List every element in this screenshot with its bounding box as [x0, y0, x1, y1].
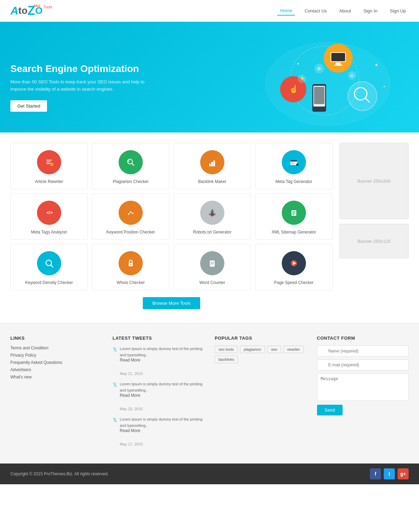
sidebar-ads: Banner 250x300 Banner 250x125 — [339, 143, 409, 313]
tool-meta-tag-generator[interactable]: Meta Tag Generator — [255, 143, 333, 189]
svg-rect-26 — [46, 162, 50, 162]
nav-contact[interactable]: Contact Us — [302, 7, 329, 15]
backlink-maker-icon — [200, 150, 224, 174]
tool-label: Whois Checker — [117, 280, 145, 285]
hero-illustration: ☝ ⚙ 💡 ✉ ✦ ✦ ✦ — [188, 22, 419, 132]
svg-rect-41 — [290, 160, 297, 162]
contact-message-input[interactable] — [317, 373, 409, 401]
page-speed-checker-icon — [282, 251, 306, 275]
nav: Home Contact Us About Sign In Sign Up — [277, 6, 409, 16]
article-rewriter-icon — [37, 150, 61, 174]
tweet-date-3: May 17, 2015 — [120, 442, 143, 446]
twitter-button[interactable]: t — [384, 468, 395, 479]
svg-rect-5 — [336, 63, 341, 65]
svg-rect-74 — [211, 262, 214, 263]
contact-email-input[interactable] — [317, 359, 409, 370]
tool-keyword-density-checker[interactable]: Keyword Density Checker — [10, 244, 88, 290]
svg-rect-4 — [332, 53, 345, 61]
tag-seo[interactable]: seo — [267, 346, 281, 353]
banner-small: Banner 250x125 — [339, 224, 409, 258]
svg-rect-9 — [314, 87, 325, 104]
tool-page-speed-checker[interactable]: Page Speed Checker — [255, 244, 333, 290]
nav-about[interactable]: About — [336, 7, 354, 15]
tool-meta-tags-analyzer[interactable]: </> Meta Tags Analyzer — [10, 193, 88, 240]
tool-plagiarism-checker[interactable]: Plagiarism Checker — [92, 143, 169, 189]
name-input-wrapper: 👤 — [317, 346, 409, 359]
svg-rect-33 — [128, 160, 130, 161]
footer-main: LINKS Terms and Condition Privacy Policy… — [0, 323, 419, 464]
logo: A to Z SEO O Tools — [10, 3, 52, 18]
nav-home[interactable]: Home — [277, 6, 295, 16]
link-terms[interactable]: Terms and Condition — [10, 346, 102, 350]
footer-tweets-col: LATEST TWEETS 𝕏 Lorem Ipsum is simply du… — [113, 336, 205, 451]
xml-sitemap-generator-icon — [282, 201, 306, 225]
svg-text:✦: ✦ — [383, 85, 386, 88]
tweet-read-more-3[interactable]: Read More — [120, 428, 205, 433]
tool-backlink-maker[interactable]: Backlink Maker — [174, 143, 251, 189]
tool-label: Meta Tag Generator — [276, 179, 313, 184]
svg-rect-59 — [214, 213, 215, 215]
logo-z: Z SEO — [28, 3, 35, 18]
tool-xml-sitemap-generator[interactable]: XML Sitemap Generator — [255, 193, 333, 240]
contact-name-input[interactable] — [317, 346, 409, 357]
hero-title: Search Engine Optimization — [10, 63, 156, 74]
get-started-button[interactable]: Get Started — [10, 100, 47, 112]
svg-point-66 — [43, 257, 55, 269]
link-privacy[interactable]: Privacy Policy — [10, 353, 102, 358]
tool-article-rewriter[interactable]: Article Rewriter — [10, 143, 88, 189]
tool-robots-txt-generator[interactable]: Robots.txt Generator — [174, 193, 251, 240]
twitter-icon-3: 𝕏 — [113, 417, 117, 447]
tool-keyword-position-checker[interactable]: Keyword Position Checker — [92, 193, 169, 240]
facebook-button[interactable]: f — [370, 468, 381, 479]
tool-whois-checker[interactable]: Whois Checker — [92, 244, 169, 290]
svg-text:✦: ✦ — [375, 62, 379, 68]
copyright-text: Copyright © 2015 ProThemes.Biz. All righ… — [10, 471, 109, 476]
browse-more-button[interactable]: Browse More Tools — [143, 297, 200, 309]
svg-point-60 — [212, 215, 213, 217]
tool-label: Backlink Maker — [198, 179, 226, 184]
link-faq[interactable]: Frequently Asked Questions — [10, 360, 102, 365]
send-button[interactable]: Send — [317, 405, 343, 415]
footer-links-col: LINKS Terms and Condition Privacy Policy… — [10, 336, 102, 451]
svg-rect-63 — [292, 211, 296, 212]
tweet-read-more-1[interactable]: Read More — [120, 358, 205, 363]
tool-label: Page Speed Checker — [274, 280, 314, 285]
svg-rect-36 — [209, 164, 211, 166]
keyword-position-checker-icon — [119, 201, 143, 225]
svg-rect-42 — [291, 162, 293, 163]
svg-rect-76 — [211, 264, 213, 265]
meta-tags-analyzer-icon: </> — [37, 201, 61, 225]
hero-content: Search Engine Optimization More than 50 … — [10, 63, 156, 112]
hero-svg: ☝ ⚙ 💡 ✉ ✦ ✦ ✦ — [188, 36, 419, 132]
logo-tools-text: Tools — [43, 5, 52, 9]
footer-tags-col: POPULAR TAGS seo tools plagiarism seo re… — [215, 336, 307, 451]
google-plus-button[interactable]: g+ — [398, 468, 409, 479]
nav-signup[interactable]: Sign Up — [387, 7, 409, 15]
nav-signin[interactable]: Sign In — [361, 7, 380, 15]
svg-text:</>: </> — [46, 210, 53, 215]
tag-backlinks[interactable]: backlinks — [215, 356, 238, 363]
svg-rect-65 — [292, 214, 294, 215]
svg-rect-64 — [292, 213, 296, 213]
link-advertisers[interactable]: Advertisers — [10, 367, 102, 372]
tweet-item-3: 𝕏 Lorem Ipsum is simply dummy text of th… — [113, 416, 205, 447]
tag-plagiarism[interactable]: plagiarism — [240, 346, 265, 353]
tweet-read-more-2[interactable]: Read More — [120, 393, 205, 398]
svg-rect-57 — [211, 213, 214, 216]
tag-seo-tools[interactable]: seo tools — [215, 346, 238, 353]
tool-label: XML Sitemap Generator — [272, 230, 316, 235]
link-whats-new[interactable]: What's new — [10, 375, 102, 379]
hero-subtitle: More than 50 SEO Tools to keep track you… — [10, 79, 156, 93]
tool-label: Plagiarism Checker — [113, 179, 149, 184]
tags-area: seo tools plagiarism seo rewriter backli… — [215, 346, 307, 363]
svg-rect-34 — [128, 162, 129, 162]
tag-rewriter[interactable]: rewriter — [283, 346, 304, 353]
tweets-title: LATEST TWEETS — [113, 336, 205, 341]
whois-checker-icon — [119, 251, 143, 275]
tool-word-counter[interactable]: Word Counter — [174, 244, 251, 290]
svg-point-55 — [211, 211, 212, 212]
tags-title: POPULAR TAGS — [215, 336, 307, 341]
tweet-text-2: Lorem Ipsum is simply dummy text of the … — [120, 382, 203, 392]
svg-text:✦: ✦ — [297, 62, 300, 66]
svg-rect-44 — [296, 164, 298, 166]
